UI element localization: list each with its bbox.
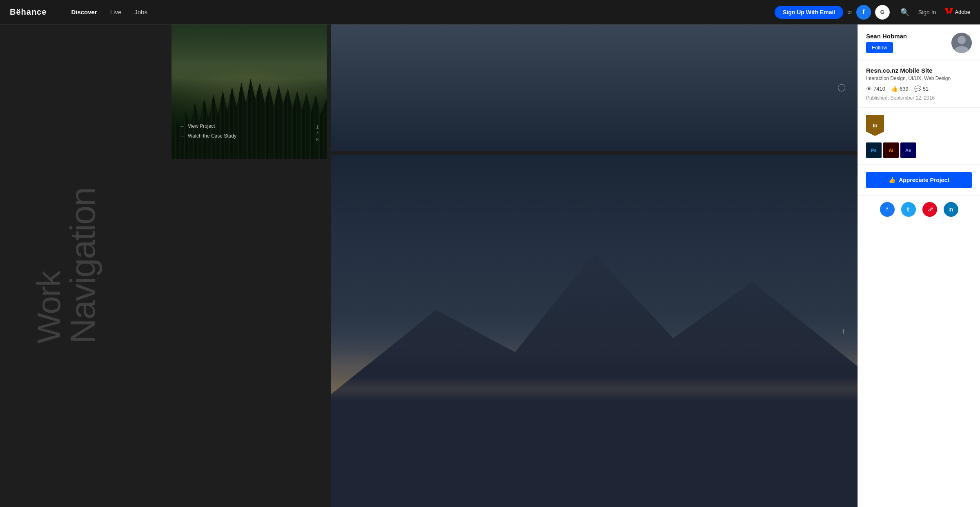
vertical-work-text: Work: [33, 188, 65, 344]
photoshop-icon: Ps: [866, 142, 882, 158]
views-icon: 👁: [866, 85, 872, 92]
image-overlay: → View Project → Watch the Case Study: [180, 123, 236, 143]
indesign-badge: In: [866, 115, 884, 136]
signin-link[interactable]: Sign In: [918, 9, 936, 16]
or-label: or: [847, 9, 852, 15]
likes-icon: 👍: [891, 85, 898, 92]
search-icon[interactable]: 🔍: [900, 8, 909, 17]
tool-icons: Ps Ai Ae: [866, 142, 972, 158]
project-title: Resn.co.nz Mobile Site: [866, 67, 972, 74]
illustrator-icon: Ai: [883, 142, 899, 158]
vertical-navigation-text: Navigation: [65, 188, 100, 344]
avatar: [951, 33, 972, 53]
published-date: Published: September 12, 2016: [866, 95, 972, 101]
nav-live[interactable]: Live: [110, 9, 122, 16]
signup-button[interactable]: Sign Up With Email: [775, 6, 843, 19]
tools-section: In Ps Ai Ae: [858, 108, 980, 165]
google-signup-button[interactable]: G: [875, 5, 890, 20]
comments-icon: 💬: [914, 85, 921, 92]
appreciate-icon: 👍: [889, 177, 895, 183]
facebook-share-button[interactable]: f: [880, 202, 895, 217]
image-grid: → View Project → Watch the Case Study 1 …: [155, 24, 858, 507]
avatar-image: [951, 33, 972, 53]
mountain-shape: [331, 225, 858, 507]
view-project-link[interactable]: → View Project: [180, 123, 236, 129]
linkedin-share-button[interactable]: in: [944, 202, 958, 217]
views-count: 7410: [873, 86, 885, 92]
scroll-indicator: ↕: [842, 327, 845, 336]
page-current: 1: [316, 125, 318, 129]
facebook-share-icon: f: [886, 206, 888, 213]
fog-layer: [331, 377, 858, 401]
adobe-logo: Adobe: [945, 8, 970, 16]
adobe-label: Adobe: [955, 9, 970, 15]
sky-image: [331, 24, 858, 151]
pinterest-share-icon: 𝒫: [928, 206, 932, 213]
nav-discover[interactable]: Discover: [71, 9, 97, 16]
twitter-share-icon: 𝕥: [907, 206, 910, 213]
author-info: Sean Hobman Follow: [866, 33, 907, 53]
author-name: Sean Hobman: [866, 33, 907, 40]
nav-links: Discover Live Jobs: [71, 9, 775, 16]
comments-stat: 💬 51: [914, 85, 929, 92]
aftereffects-icon: Ae: [900, 142, 916, 158]
social-share-section: f 𝕥 𝒫 in: [858, 196, 980, 223]
appreciate-label: Appreciate Project: [899, 177, 949, 183]
author-section: Sean Hobman Follow: [858, 24, 980, 60]
comments-count: 51: [923, 86, 929, 92]
svg-point-1: [958, 36, 966, 44]
mountain-image: ↕: [331, 155, 858, 507]
appreciate-section: 👍 Appreciate Project: [858, 165, 980, 195]
sidebar: Sean Hobman Follow Resn.co.nz Mobile Sit…: [858, 24, 980, 507]
page-total: 8: [316, 137, 318, 142]
pinterest-share-button[interactable]: 𝒫: [922, 202, 937, 217]
arrow-icon-2: →: [180, 133, 185, 139]
project-tags: Interaction Design, UI/UX, Web Design: [866, 76, 972, 81]
main-content: Work Navigation → View Project → Watch t…: [0, 24, 980, 507]
navbar-right: Sign Up With Email or f G 🔍 Sign In Adob…: [775, 5, 970, 20]
forest-image: → View Project → Watch the Case Study 1 …: [172, 24, 327, 159]
watch-case-link[interactable]: → Watch the Case Study: [180, 133, 236, 139]
nav-jobs[interactable]: Jobs: [134, 9, 147, 16]
views-stat: 👁 7410: [866, 85, 885, 92]
view-project-label: View Project: [188, 123, 215, 129]
likes-stat: 👍 639: [891, 85, 909, 92]
project-stats: 👁 7410 👍 639 💬 51: [866, 85, 972, 92]
appreciate-button[interactable]: 👍 Appreciate Project: [866, 172, 972, 188]
vertical-text-area: Work Navigation: [33, 188, 100, 344]
watch-case-label: Watch the Case Study: [188, 133, 236, 139]
linkedin-share-icon: in: [949, 206, 953, 213]
arrow-icon: →: [180, 123, 185, 129]
twitter-share-button[interactable]: 𝕥: [901, 202, 916, 217]
likes-count: 639: [900, 86, 909, 92]
adobe-icon: [945, 8, 953, 16]
project-panel: Work Navigation → View Project → Watch t…: [0, 24, 858, 507]
brand-logo[interactable]: Bëhance: [10, 7, 47, 17]
project-info-section: Resn.co.nz Mobile Site Interaction Desig…: [858, 60, 980, 108]
facebook-signup-button[interactable]: f: [856, 5, 871, 20]
forest-silhouette: [172, 78, 327, 159]
follow-button[interactable]: Follow: [866, 42, 893, 53]
page-separator: /: [316, 131, 318, 136]
page-indicator: 1 / 8: [316, 124, 318, 143]
circle-indicator: [838, 84, 845, 91]
navbar: Bëhance Discover Live Jobs Sign Up With …: [0, 0, 980, 24]
